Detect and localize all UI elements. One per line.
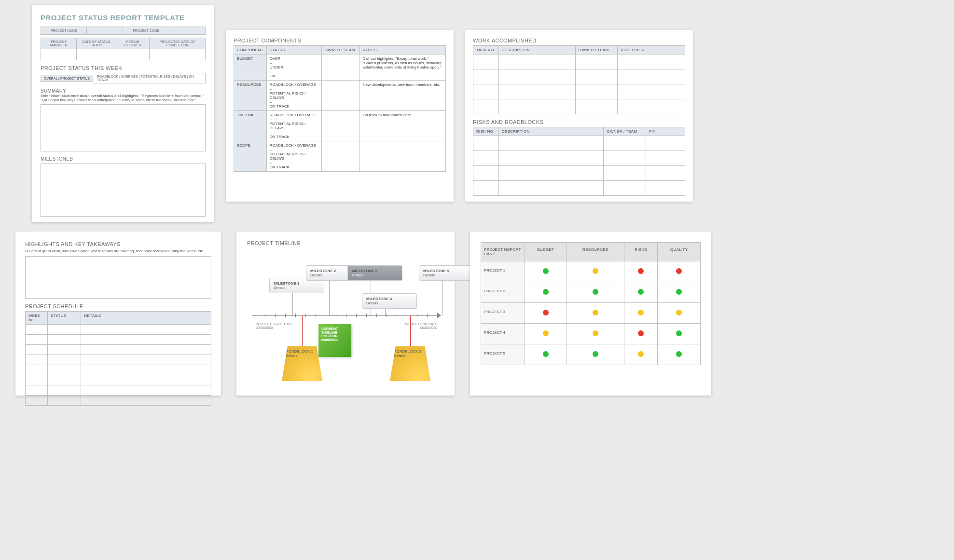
cell: PROJECT 3 bbox=[481, 303, 525, 324]
status-dot-icon bbox=[638, 330, 644, 336]
summary-box[interactable] bbox=[41, 104, 206, 151]
cell: DATE OF STATUS ENTRY bbox=[77, 38, 116, 49]
cell bbox=[359, 141, 445, 172]
table-row: SCOPEROADBLOCK / OVERAGE – POTENTIAL RIS… bbox=[234, 141, 446, 172]
section-title: RISKS AND ROADBLOCKS bbox=[473, 119, 685, 125]
table-row: BUDGETOVER – UNDER – ONCall out highligh… bbox=[234, 55, 446, 81]
status-dot-icon bbox=[676, 310, 682, 315]
status-cell bbox=[624, 303, 657, 324]
th: OWNER / TEAM bbox=[575, 46, 618, 55]
current-position: CURRENT TIMELINE POSITION 00/00/0000 bbox=[318, 324, 351, 357]
status-dot-icon bbox=[638, 289, 644, 295]
status-cell bbox=[567, 344, 624, 365]
status-dot-icon bbox=[593, 351, 598, 357]
section-title: PROJECT COMPONENTS bbox=[234, 38, 446, 43]
cell: PROJECT 2 bbox=[481, 282, 525, 303]
th: RISK NO. bbox=[473, 127, 499, 136]
status-cell bbox=[567, 261, 624, 282]
cell: On track to final launch date bbox=[359, 111, 445, 141]
milestone-box: MILESTONE 5Details bbox=[419, 265, 474, 281]
th: DETAILS bbox=[81, 312, 211, 325]
status-cell bbox=[525, 282, 567, 303]
timeline-axis bbox=[252, 315, 439, 316]
page-title: PROJECT STATUS REPORT TEMPLATE bbox=[41, 14, 206, 22]
status-dot-icon bbox=[543, 268, 549, 274]
cell: PROJECT NAME bbox=[41, 27, 87, 35]
cell: ROADBLOCK / OVERAGE – POTENTIAL RISKS / … bbox=[266, 81, 321, 111]
report-card-table: PROJECT REPORT CARD BUDGET RESOURCES RIS… bbox=[481, 242, 701, 365]
status-bar: OVERALL PROJECT STATUS ROADBLOCK / OVERA… bbox=[41, 73, 206, 83]
page-status-report: PROJECT STATUS REPORT TEMPLATE PROJECT N… bbox=[32, 5, 214, 222]
cell: BUDGET bbox=[234, 55, 267, 81]
status-dot-icon bbox=[543, 310, 549, 315]
status-dot-icon bbox=[676, 351, 682, 357]
th: RECEPTION bbox=[618, 46, 685, 55]
cell: ROADBLOCK / OVERAGE – POTENTIAL RISKS / … bbox=[266, 111, 321, 141]
highlights-box[interactable] bbox=[25, 256, 211, 299]
summary-title: SUMMARY bbox=[41, 88, 206, 94]
cell: Call out highlights: "Exceptional work."… bbox=[359, 55, 445, 81]
section-title: PROJECT TIMELINE bbox=[247, 240, 444, 246]
canvas: PROJECT STATUS REPORT TEMPLATE PROJECT N… bbox=[0, 0, 954, 560]
status-dot-icon bbox=[638, 351, 644, 357]
cell: PROJECT CODE bbox=[123, 27, 169, 35]
end-label: PROJECT END DATE00/00/0000 bbox=[404, 322, 437, 329]
cell: PROJECT 5 bbox=[481, 344, 525, 365]
th: QUALITY bbox=[658, 243, 701, 261]
th: STATUS bbox=[48, 312, 81, 325]
status-cell bbox=[567, 303, 624, 324]
status-dot-icon bbox=[676, 289, 682, 295]
cell: PROJECT MANAGER bbox=[41, 38, 77, 49]
th: FIX bbox=[646, 127, 685, 136]
th: NOTES bbox=[359, 46, 445, 55]
milestones-title: MILESTONES bbox=[41, 156, 206, 162]
components-table: COMPONENT STATUS OWNER / TEAM NOTES BUDG… bbox=[234, 45, 446, 172]
summary-hint: Enter information here about overall sta… bbox=[41, 94, 206, 102]
roadblock-box: ROADBLOCK 2Details bbox=[390, 346, 430, 381]
table-row: RESOURCESROADBLOCK / OVERAGE – POTENTIAL… bbox=[234, 81, 446, 111]
status-cell bbox=[658, 344, 701, 365]
section-title: PROJECT SCHEDULE bbox=[25, 303, 211, 309]
status-dot-icon bbox=[543, 289, 549, 295]
status-cell bbox=[624, 282, 657, 303]
highlights-hint: Bullets of great work, who owns what, wh… bbox=[25, 249, 211, 253]
status-dot-icon bbox=[676, 268, 682, 274]
th: OWNER / TEAM bbox=[321, 46, 359, 55]
cell bbox=[321, 55, 359, 81]
cell: SCOPE bbox=[234, 141, 267, 172]
cell: RESOURCES bbox=[234, 81, 267, 111]
th: BUDGET bbox=[525, 243, 567, 261]
th: PROJECT REPORT CARD bbox=[481, 243, 525, 261]
milestone-box: MILESTONE 3Details bbox=[347, 265, 402, 281]
th: STATUS bbox=[266, 46, 321, 55]
status-dot-icon bbox=[638, 310, 644, 315]
status-cell bbox=[525, 324, 567, 344]
header-table-2: PROJECT MANAGER DATE OF STATUS ENTRY PER… bbox=[41, 38, 206, 60]
cell: PROJECTED DATE OF COMPLETION bbox=[150, 38, 206, 49]
cell: PROJECT 4 bbox=[481, 324, 525, 344]
page-report-card: PROJECT REPORT CARD BUDGET RESOURCES RIS… bbox=[470, 232, 711, 396]
table-row: PROJECT 5 bbox=[481, 344, 701, 365]
status-dot-icon bbox=[638, 268, 644, 274]
roadblock-box: ROADBLOCK 1Details bbox=[282, 346, 322, 381]
status-cell bbox=[658, 324, 701, 344]
page-highlights: HIGHLIGHTS AND KEY TAKEAWAYS Bullets of … bbox=[15, 232, 221, 396]
cell: OVER – UNDER – ON bbox=[266, 55, 321, 81]
table-row: PROJECT 2 bbox=[481, 282, 701, 303]
th: WEEK NO. bbox=[26, 312, 48, 325]
status-cell bbox=[525, 344, 567, 365]
status-dot-icon bbox=[593, 330, 598, 336]
cell: TIMELINE bbox=[234, 111, 267, 141]
milestones-box[interactable] bbox=[41, 164, 206, 217]
status-cell bbox=[525, 303, 567, 324]
status-cell bbox=[624, 324, 657, 344]
status-cell bbox=[658, 261, 701, 282]
timeline: PROJECT START DATE00/00/0000 PROJECT END… bbox=[247, 248, 444, 383]
th: COMPONENT bbox=[234, 46, 267, 55]
status-dot-icon bbox=[593, 268, 598, 274]
status-cell bbox=[567, 324, 624, 344]
status-cell bbox=[658, 282, 701, 303]
table-row: PROJECT 4 bbox=[481, 324, 701, 344]
table-row: PROJECT 3 bbox=[481, 303, 701, 324]
status-label: OVERALL PROJECT STATUS bbox=[41, 75, 93, 82]
